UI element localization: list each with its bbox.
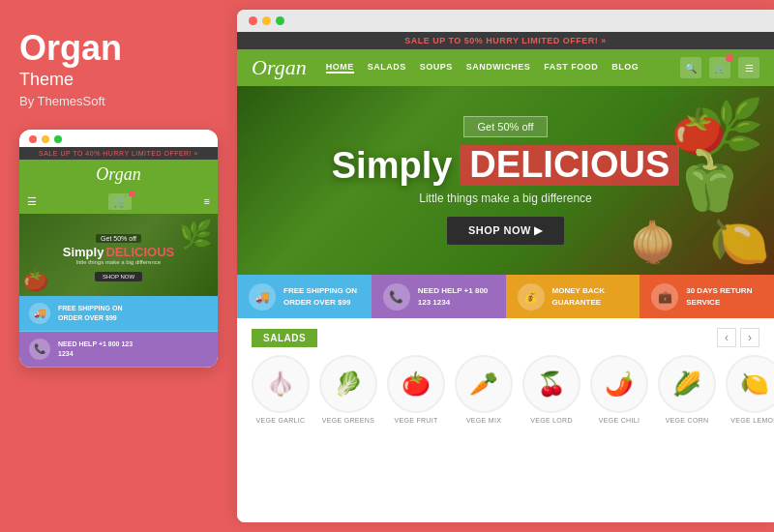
mobile-dot-yellow <box>42 135 49 143</box>
site-logo: Organ <box>252 55 307 80</box>
product-item[interactable]: 🥕 VEGE MIX <box>455 355 513 424</box>
mobile-top-bar <box>19 130 218 147</box>
mobile-mockup: SALE UP TO 40% HURRY LIMITED OFFER! » Or… <box>19 130 218 368</box>
product-image: 🧄 <box>252 355 310 413</box>
search-button[interactable]: 🔍 <box>680 57 701 78</box>
mobile-delicious: DELICIOUS <box>105 245 174 259</box>
product-image: 🌶️ <box>590 355 648 413</box>
product-image: 🍒 <box>522 355 580 413</box>
browser-chrome <box>237 10 774 32</box>
phone-icon: 📞 <box>383 283 410 310</box>
mobile-logo: Organ <box>96 164 140 185</box>
mobile-phone-icon: 📞 <box>29 339 50 360</box>
mobile-info-phone: 📞 NEED HELP +1 800 1231234 <box>19 332 218 368</box>
nav-item-sandwiches[interactable]: SANDWICHES <box>466 62 531 74</box>
shipping-text: FREE SHIPPING ONORDER OVER $99 <box>283 285 357 307</box>
app-author: By ThemesSoft <box>19 94 218 108</box>
salads-next-button[interactable]: › <box>740 328 759 347</box>
product-item[interactable]: 🥬 VEGE GREENS <box>319 355 377 424</box>
product-name: VEGE MIX <box>466 417 501 424</box>
money-icon: 💰 <box>518 283 545 310</box>
app-title: Organ <box>19 29 218 68</box>
browser-dot-green <box>276 16 284 25</box>
info-card-moneyback: 💰 MONEY BACKGUARANTEE <box>506 275 640 318</box>
browser-dot-yellow <box>262 16 271 25</box>
salads-nav: ‹ › <box>717 328 759 347</box>
mobile-nav: Organ <box>19 160 218 190</box>
product-name: VEGE CORN <box>666 417 709 424</box>
salads-header: SALADS ‹ › <box>252 328 759 347</box>
nav-icons: 🔍 🛒 ☰ <box>680 57 759 78</box>
nav-item-home[interactable]: HOME <box>326 62 354 74</box>
mobile-banner: SALE UP TO 40% HURRY LIMITED OFFER! » <box>19 147 218 160</box>
mobile-dot-red <box>29 135 37 143</box>
product-name: VEGE FRUIT <box>394 417 437 424</box>
mobile-shipping-text: FREE SHIPPING ONORDER OVER $99 <box>58 304 123 323</box>
product-item[interactable]: 🍒 VEGE LORD <box>522 355 580 424</box>
mobile-shopnow[interactable]: SHOP NOW <box>95 272 142 281</box>
nav-item-soups[interactable]: SOUPS <box>420 62 453 74</box>
mobile-get50: Get 50% off <box>96 234 141 243</box>
moneyback-text: MONEY BACKGUARANTEE <box>552 285 606 307</box>
salads-badge: SALADS <box>252 329 317 347</box>
mobile-hero: 🌿 🍅 Get 50% off Simply DELICIOUS little … <box>19 214 218 296</box>
product-name: VEGE GARLIC <box>256 417 306 424</box>
product-item[interactable]: 🌶️ VEGE CHILI <box>590 355 648 424</box>
cart-button[interactable]: 🛒 <box>709 57 730 78</box>
mobile-info-row: 🚚 FREE SHIPPING ONORDER OVER $99 📞 NEED … <box>19 296 218 368</box>
product-name: VEGE CHILI <box>599 417 640 424</box>
browser-dot-red <box>249 16 257 25</box>
info-card-phone: 📞 NEED HELP +1 800123 1234 <box>372 275 506 318</box>
phone-text: NEED HELP +1 800123 1234 <box>418 285 489 307</box>
product-grid: 🧄 VEGE GARLIC 🥬 VEGE GREENS 🍅 VEGE FRUIT… <box>252 355 759 424</box>
mobile-hero-content: Get 50% off Simply DELICIOUS little thin… <box>63 227 174 282</box>
product-image: 🥕 <box>455 355 513 413</box>
nav-item-blog[interactable]: BLOG <box>611 62 639 74</box>
hero-overlay: Get 50% off Simply DELICIOUS Little thin… <box>237 86 774 275</box>
mobile-menu-icon[interactable]: ☰ <box>27 195 37 208</box>
product-image: 🥬 <box>319 355 377 413</box>
site-hero: 🌿 🍅 🍋 🧅 🫑 Get 50% off Simply DELICIOUS L… <box>237 86 774 275</box>
hero-tagline: Little things make a big difference <box>419 192 592 205</box>
product-item[interactable]: 🌽 VEGE CORN <box>658 355 716 424</box>
product-image: 🌽 <box>658 355 716 413</box>
info-card-shipping: 🚚 FREE SHIPPING ONORDER OVER $99 <box>237 275 372 318</box>
left-panel: Organ Theme By ThemesSoft SALE UP TO 40%… <box>0 0 237 532</box>
nav-items: HOME SALADS SOUPS SANDWICHES FAST FOOD B… <box>326 62 680 74</box>
salads-section: SALADS ‹ › 🧄 VEGE GARLIC 🥬 VEGE GREENS 🍅 <box>237 318 774 522</box>
product-name: VEGE LEMON <box>730 417 774 424</box>
mobile-cart-icon[interactable]: 🛒 <box>108 193 132 210</box>
truck-icon: 🚚 <box>249 283 276 310</box>
product-name: VEGE LORD <box>530 417 573 424</box>
product-image: 🍋 <box>726 355 774 413</box>
app-subtitle: Theme <box>19 70 218 90</box>
site-banner: SALE UP TO 50% HURRY LIMITED OFFER! » <box>237 32 774 49</box>
hero-delicious: DELICIOUS <box>460 145 679 186</box>
hero-simply: Simply <box>332 147 453 184</box>
website-content: SALE UP TO 50% HURRY LIMITED OFFER! » Or… <box>237 32 774 522</box>
mobile-icons: ☰ 🛒 ≡ <box>19 190 218 214</box>
mobile-list-icon[interactable]: ≡ <box>204 195 210 207</box>
mobile-truck-icon: 🚚 <box>29 303 50 324</box>
site-nav: Organ HOME SALADS SOUPS SANDWICHES FAST … <box>237 49 774 86</box>
product-item[interactable]: 🍋 VEGE LEMON <box>726 355 774 424</box>
cart-badge <box>726 54 733 62</box>
product-item[interactable]: 🧄 VEGE GARLIC <box>252 355 310 424</box>
salads-prev-button[interactable]: ‹ <box>717 328 736 347</box>
product-item[interactable]: 🍅 VEGE FRUIT <box>387 355 445 424</box>
hero-get50: Get 50% off <box>463 116 549 137</box>
returns-text: 30 DAYS RETURNSERVICE <box>686 285 752 307</box>
menu-button[interactable]: ☰ <box>738 57 759 78</box>
mobile-info-shipping: 🚚 FREE SHIPPING ONORDER OVER $99 <box>19 296 218 332</box>
mobile-dot-green <box>54 135 62 143</box>
product-name: VEGE GREENS <box>322 417 374 424</box>
shop-now-button[interactable]: SHOP NOW ▶ <box>447 217 564 245</box>
product-image: 🍅 <box>387 355 445 413</box>
mobile-phone-text: NEED HELP +1 800 1231234 <box>58 340 133 359</box>
return-icon: 💼 <box>651 283 678 310</box>
info-cards: 🚚 FREE SHIPPING ONORDER OVER $99 📞 NEED … <box>237 275 774 318</box>
nav-item-salads[interactable]: SALADS <box>368 62 406 74</box>
info-card-returns: 💼 30 DAYS RETURNSERVICE <box>640 275 774 318</box>
right-panel: SALE UP TO 50% HURRY LIMITED OFFER! » Or… <box>237 10 774 522</box>
nav-item-fastfood[interactable]: FAST FOOD <box>544 62 598 74</box>
